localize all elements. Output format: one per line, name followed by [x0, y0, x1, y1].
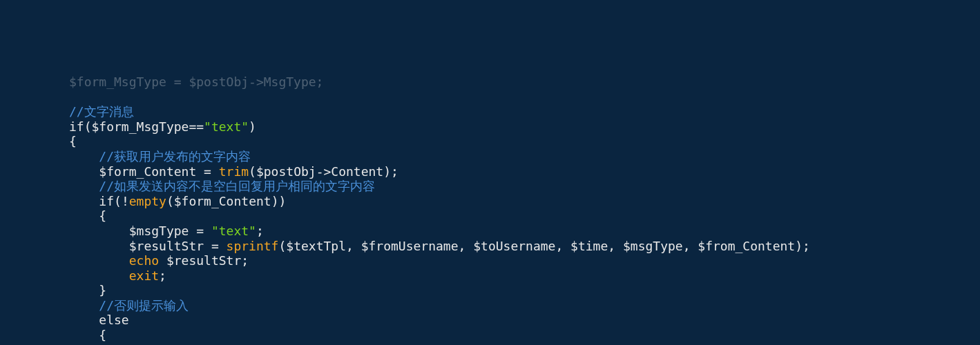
brace: }	[99, 283, 106, 297]
string-literal: "text"	[211, 224, 256, 238]
brace: {	[99, 328, 106, 342]
string-literal: "text"	[211, 343, 256, 345]
comment: //否则提示输入	[99, 298, 189, 313]
keyword-else: else	[99, 313, 128, 327]
code-text: ($postObj->Content);	[249, 164, 398, 179]
code-editor: $form_MsgType = $postObj->MsgType; //文字消…	[0, 59, 980, 345]
keyword-echo: echo	[129, 253, 159, 268]
brace: {	[69, 134, 77, 148]
comment: //如果发送内容不是空白回复用户相同的文字内容	[99, 179, 375, 193]
code-text: ($form_MsgType==	[84, 119, 204, 134]
code-line: $form_MsgType = $postObj->MsgType;	[69, 75, 323, 89]
comment: //文字消息	[69, 104, 134, 119]
code-text: )	[249, 119, 256, 134]
keyword-exit: exit	[129, 268, 159, 283]
code-text: $msgType =	[129, 343, 211, 345]
code-text: $msgType =	[129, 224, 211, 238]
string-literal: "text"	[204, 119, 249, 134]
comment: //获取用户发布的文字内容	[99, 149, 251, 164]
code-text: ;	[159, 268, 166, 283]
keyword-if: if	[99, 194, 114, 208]
code-text: ($form_Content))	[166, 194, 286, 208]
function-call: sprintf	[227, 239, 279, 253]
code-text: ;	[256, 343, 264, 345]
code-text: ;	[256, 224, 264, 238]
brace: {	[99, 208, 106, 223]
function-call: trim	[219, 164, 249, 179]
code-text: $resultStr;	[159, 253, 249, 268]
code-text: $form_Content =	[99, 164, 218, 179]
code-text: $resultStr =	[129, 239, 227, 253]
keyword-if: if	[69, 119, 84, 134]
code-text: (!	[114, 194, 129, 208]
code-text: ($textTpl, $fromUsername, $toUsername, $…	[278, 239, 809, 253]
keyword-empty: empty	[129, 194, 166, 208]
